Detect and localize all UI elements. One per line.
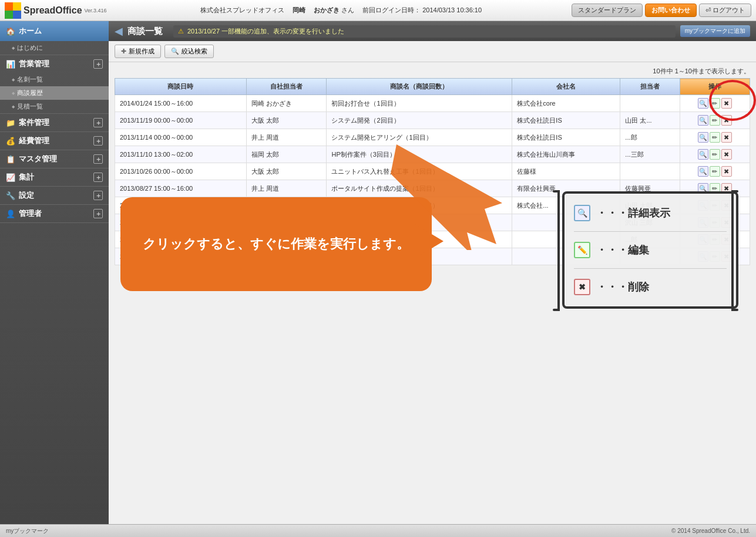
view-button[interactable]: 🔍: [698, 251, 708, 262]
sidebar-group-expense[interactable]: 💰 経費管理 ＋: [0, 132, 109, 150]
delete-button[interactable]: ✖: [721, 217, 732, 228]
sales-expand-icon[interactable]: ＋: [93, 59, 103, 69]
view-button[interactable]: 🔍: [698, 234, 708, 245]
summary-label: 集計: [19, 172, 34, 183]
cell-name: [327, 248, 512, 265]
cell-name: システム開発（2回目）: [327, 112, 512, 129]
toolbar: ✚ 新規作成 🔍 絞込検索: [109, 41, 756, 62]
col-contact: 担当者: [620, 79, 680, 95]
expense-icon: 💰: [6, 137, 15, 146]
col-name: 商談名（商談回数）: [327, 79, 512, 95]
svg-rect-0: [5, 2, 13, 11]
notification-text: 2013/10/27 一部機能の追加、表示の変更を行いました: [187, 27, 344, 36]
edit-button[interactable]: ✏: [710, 200, 720, 211]
plan-button[interactable]: スタンダードプラン: [572, 4, 643, 17]
sidebar-item-intro[interactable]: はじめに: [0, 41, 109, 55]
filter-icon: 🔍: [171, 48, 179, 55]
sidebar-item-meishi[interactable]: 名刺一覧: [0, 73, 109, 86]
filter-search-button[interactable]: 🔍 絞込検索: [164, 45, 214, 58]
cell-company: 株式会社海山川商事: [512, 146, 620, 163]
view-button[interactable]: 🔍: [698, 200, 708, 211]
delete-button[interactable]: ✖: [721, 200, 732, 211]
settings-expand-icon[interactable]: ＋: [93, 191, 103, 200]
sidebar-section-admin: 👤 管理者 ＋: [0, 205, 109, 223]
cell-contact: ...郎: [620, 231, 680, 248]
cell-action: 🔍 ✏ ✖: [680, 231, 750, 248]
edit-button[interactable]: ✏: [710, 98, 720, 109]
sidebar-group-case[interactable]: 📁 案件管理 ＋: [0, 114, 109, 131]
cell-staff: 井上 周道: [246, 180, 327, 197]
logout-button[interactable]: ⏎ ログアウト: [699, 4, 751, 17]
sidebar-group-master[interactable]: 📋 マスタ管理 ＋: [0, 150, 109, 168]
cell-action: 🔍 ✏ ✖: [680, 163, 750, 180]
svg-rect-1: [13, 2, 21, 11]
case-expand-icon[interactable]: ＋: [93, 118, 103, 127]
sidebar-group-admin[interactable]: 👤 管理者 ＋: [0, 205, 109, 222]
view-button[interactable]: 🔍: [698, 183, 708, 194]
svg-rect-2: [5, 11, 13, 19]
bookmark-add-button[interactable]: myブックマークに追加: [680, 25, 750, 37]
edit-button[interactable]: ✏: [710, 234, 720, 245]
view-button[interactable]: 🔍: [698, 115, 708, 126]
delete-button[interactable]: ✖: [721, 251, 732, 262]
cell-date: 2013/0...: [115, 231, 247, 248]
cell-company: 株式会社...: [512, 197, 620, 214]
sidebar-group-summary[interactable]: 📈 集計 ＋: [0, 168, 109, 186]
view-button[interactable]: 🔍: [698, 166, 708, 177]
delete-button[interactable]: ✖: [721, 98, 732, 109]
delete-button[interactable]: ✖: [721, 183, 732, 194]
master-icon: 📋: [6, 155, 15, 164]
last-login-label: 前回ログイン日時：: [362, 6, 421, 13]
edit-button[interactable]: ✏: [710, 132, 720, 143]
view-button[interactable]: 🔍: [698, 149, 708, 160]
master-label: マスタ管理: [19, 154, 57, 164]
cell-contact: 山田 太郎: [620, 197, 680, 214]
sidebar-item-shodan[interactable]: 商談履歴: [0, 86, 109, 100]
admin-expand-icon[interactable]: ＋: [93, 209, 103, 218]
summary-expand-icon[interactable]: ＋: [93, 173, 103, 182]
view-button[interactable]: 🔍: [698, 132, 708, 143]
inquiry-button[interactable]: お問い合わせ: [645, 4, 697, 17]
cell-name: ポータルサイト作成の提案（1回目）: [327, 197, 512, 214]
cell-contact: 沢山 三郎: [620, 214, 680, 231]
delete-button[interactable]: ✖: [721, 115, 732, 126]
new-create-button[interactable]: ✚ 新規作成: [115, 45, 161, 58]
footer-bookmark: myブックマーク: [6, 527, 49, 535]
header-buttons: スタンダードプラン お問い合わせ ⏎ ログアウト: [572, 4, 751, 17]
edit-button[interactable]: ✏: [710, 217, 720, 228]
cell-staff: 岡崎 おかざき: [246, 95, 327, 112]
sidebar-item-home[interactable]: 🏠 ホーム: [0, 21, 109, 41]
edit-button[interactable]: ✏: [710, 149, 720, 160]
table-row: 2013/04/12 13:00～14:00 福岡 太郎 HP制作案件（2回目）…: [115, 214, 750, 231]
table-header-row: 商談日時 自社担当者 商談名（商談回数） 会社名 担当者 操作: [115, 79, 750, 95]
edit-button[interactable]: ✏: [710, 183, 720, 194]
sidebar-group-settings[interactable]: 🔧 設定 ＋: [0, 187, 109, 204]
notification-icon: ⚠: [178, 28, 184, 35]
edit-button[interactable]: ✏: [710, 166, 720, 177]
view-button[interactable]: 🔍: [698, 217, 708, 228]
delete-button[interactable]: ✖: [721, 166, 732, 177]
delete-button[interactable]: ✖: [721, 234, 732, 245]
summary-icon: 📈: [6, 173, 15, 182]
delete-button[interactable]: ✖: [721, 132, 732, 143]
data-table: 商談日時 自社担当者 商談名（商談回数） 会社名 担当者 操作 2014/01/…: [115, 78, 750, 265]
edit-button[interactable]: ✏: [710, 251, 720, 262]
page-title: 商談一覧: [127, 26, 163, 37]
sidebar-section-master: 📋 マスタ管理 ＋: [0, 150, 109, 168]
table-row: 2013/08/27 15:00～16:00 井上 周道 ポータルサイト作成の提…: [115, 180, 750, 197]
expense-expand-icon[interactable]: ＋: [93, 136, 103, 146]
cell-action: 🔍 ✏ ✖: [680, 180, 750, 197]
table-row: 2013/11/19 00:00～00:00 大阪 太郎 システム開発（2回目）…: [115, 112, 750, 129]
master-expand-icon[interactable]: ＋: [93, 154, 103, 164]
cell-company: [512, 214, 620, 231]
nav-arrow-icon: ◀: [115, 25, 123, 38]
sidebar-item-mitsumori[interactable]: 見積一覧: [0, 100, 109, 113]
view-button[interactable]: 🔍: [698, 98, 708, 109]
sales-icon: 📊: [6, 60, 15, 69]
legend-delete-text: ・・・削除: [596, 280, 649, 294]
edit-button[interactable]: ✏: [710, 115, 720, 126]
sidebar-group-sales[interactable]: 📊 営業管理 ＋: [0, 55, 109, 73]
sidebar-section-case: 📁 案件管理 ＋: [0, 114, 109, 132]
delete-button[interactable]: ✖: [721, 149, 732, 160]
home-label: ホーム: [19, 26, 42, 36]
